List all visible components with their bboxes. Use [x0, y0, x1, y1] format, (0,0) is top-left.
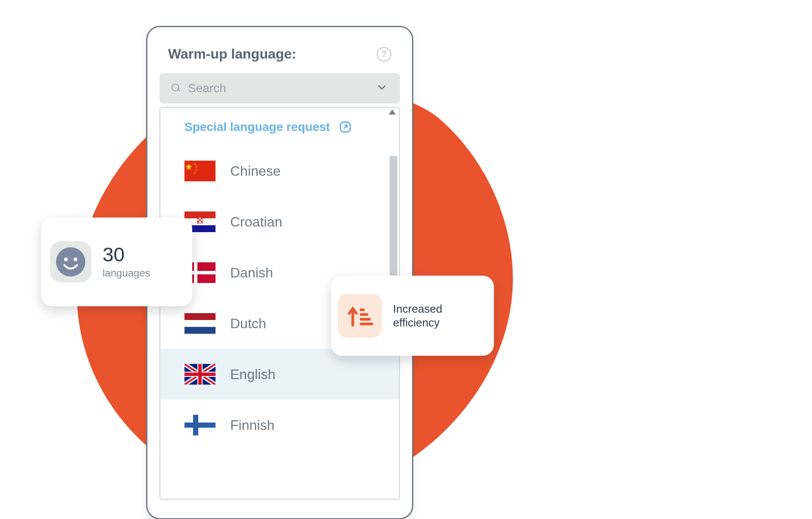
card-title: Warm-up language: — [168, 46, 296, 62]
svg-point-30 — [56, 247, 85, 277]
language-option-hr[interactable]: Croatian — [184, 196, 384, 247]
flag-icon-cn — [184, 161, 215, 181]
language-count-caption: languages — [103, 267, 150, 279]
search-icon — [172, 84, 181, 93]
svg-rect-19 — [184, 313, 215, 320]
efficiency-line2: efficiency — [393, 316, 442, 330]
svg-rect-13 — [199, 219, 201, 221]
svg-rect-1 — [184, 161, 215, 181]
special-request-label: Special language request — [184, 120, 330, 134]
language-option-cn[interactable]: Chinese — [184, 146, 384, 196]
help-icon[interactable]: ? — [377, 47, 391, 62]
svg-rect-15 — [201, 221, 203, 223]
svg-rect-12 — [201, 218, 203, 219]
scroll-up-icon[interactable] — [389, 109, 396, 115]
chevron-down-icon[interactable] — [376, 81, 388, 95]
language-option-fi[interactable]: Finnish — [184, 400, 384, 451]
svg-point-6 — [194, 172, 195, 173]
language-label: Croatian — [230, 214, 282, 230]
efficiency-badge: Increased efficiency — [331, 276, 494, 356]
svg-point-4 — [196, 166, 197, 167]
svg-rect-21 — [184, 327, 215, 334]
search-input[interactable] — [187, 81, 370, 96]
svg-rect-20 — [184, 320, 215, 327]
svg-point-31 — [64, 258, 68, 261]
language-label: English — [230, 367, 275, 382]
svg-rect-14 — [197, 221, 199, 223]
svg-point-32 — [74, 258, 78, 261]
special-language-request-link[interactable]: Special language request — [184, 120, 384, 134]
search-field[interactable] — [159, 73, 400, 103]
language-count-value: 30 — [103, 245, 150, 264]
increase-icon — [338, 294, 382, 338]
smiley-icon — [50, 241, 91, 283]
flag-icon-fi — [184, 415, 215, 435]
svg-point-5 — [196, 169, 197, 171]
svg-rect-11 — [197, 218, 199, 219]
language-label: Dutch — [230, 316, 266, 332]
svg-point-3 — [194, 163, 195, 165]
language-option-gb[interactable]: English — [160, 349, 399, 400]
flag-icon-nl — [184, 313, 215, 334]
language-label: Danish — [230, 265, 273, 281]
svg-rect-26 — [184, 373, 215, 376]
languages-count-badge: 30 languages — [41, 218, 192, 306]
efficiency-line1: Increased — [393, 302, 442, 316]
language-label: Finnish — [230, 417, 275, 433]
external-link-icon — [338, 120, 353, 134]
svg-rect-29 — [184, 423, 215, 428]
flag-icon-gb — [184, 364, 215, 385]
language-label: Chinese — [230, 163, 281, 179]
